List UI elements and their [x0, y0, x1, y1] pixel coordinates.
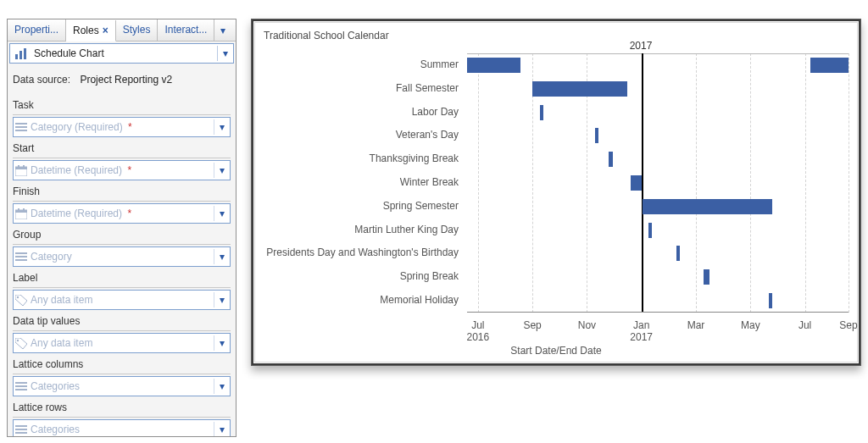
svg-rect-9 [23, 165, 25, 168]
role-placeholder: Category [29, 247, 214, 266]
data-source: Data source: Project Reporting v2 [8, 69, 236, 94]
role-label: Task [13, 99, 231, 115]
chevron-down-icon[interactable]: ▾ [214, 292, 230, 307]
svg-rect-23 [15, 429, 27, 430]
category-label: Thanksgiving Break [264, 152, 459, 164]
gantt-bar[interactable] [532, 81, 628, 97]
category-label: Winter Break [264, 176, 459, 188]
tab-styles[interactable]: Styles [116, 19, 159, 41]
svg-rect-3 [15, 123, 27, 125]
reference-label: 2017 [630, 40, 653, 52]
gantt-bar[interactable] [676, 246, 681, 261]
gantt-bar[interactable] [643, 199, 772, 214]
tab-properties[interactable]: Properti... [8, 19, 66, 41]
tab-roles[interactable]: Roles× [66, 20, 116, 42]
gantt-bar[interactable] [648, 223, 653, 238]
gantt-bar[interactable] [595, 128, 598, 143]
category-label: Martin Luther King Day [264, 224, 459, 235]
svg-rect-14 [15, 252, 27, 254]
side-panel: Properti... Roles× Styles Interact... ▾ … [7, 19, 236, 437]
gantt-bar[interactable] [467, 58, 520, 73]
x-tick: Jan 2017 [630, 319, 653, 343]
category-icon [14, 122, 29, 132]
category-label: Fall Semester [264, 82, 459, 94]
category-label: Presidents Day and Washington's Birthday [264, 246, 459, 258]
chevron-down-icon[interactable]: ▾ [214, 119, 230, 135]
role-slot[interactable]: Datetime (Required) *▾ [13, 203, 231, 224]
chevron-down-icon[interactable]: ▾ [214, 422, 230, 437]
chart-icon [10, 45, 32, 62]
gantt-bar[interactable] [704, 269, 709, 285]
gantt-bar[interactable] [631, 175, 643, 191]
svg-rect-8 [18, 165, 19, 168]
datetime-icon [14, 165, 29, 176]
svg-rect-11 [15, 210, 27, 213]
chevron-down-icon[interactable]: ▾ [214, 335, 230, 351]
category-icon [14, 381, 29, 391]
gantt-bar[interactable] [540, 105, 544, 120]
close-icon[interactable]: × [103, 25, 108, 36]
role-slot[interactable]: Categories▾ [13, 419, 231, 437]
x-axis-label: Start Date/End Date [255, 345, 857, 357]
category-label: Summer [264, 58, 459, 70]
chart-type-select[interactable]: Schedule Chart ▾ [9, 43, 234, 64]
svg-rect-5 [15, 130, 27, 131]
chevron-down-icon[interactable]: ▾ [214, 249, 230, 264]
role-slot[interactable]: Categories▾ [13, 376, 231, 396]
chevron-down-icon[interactable]: ▾ [214, 163, 230, 178]
gantt-bar[interactable] [609, 152, 613, 167]
role-placeholder: Any data item [29, 291, 214, 309]
svg-rect-0 [15, 54, 18, 59]
chart-plot: Jul 2016SepNovJan 2017MarMayJulSep2017Su… [264, 53, 849, 313]
svg-rect-7 [15, 167, 27, 169]
chart-type-label: Schedule Chart [32, 44, 217, 63]
role-slot[interactable]: Any data item▾ [13, 333, 231, 353]
role-label: Lattice rows [13, 401, 231, 418]
category-icon [14, 424, 29, 435]
chevron-down-icon[interactable]: ▾ [217, 46, 233, 61]
svg-rect-2 [24, 48, 26, 59]
tab-interact[interactable]: Interact... [158, 19, 214, 41]
data-source-label: Data source: [13, 74, 70, 86]
role-label: Finish [13, 186, 231, 202]
chevron-down-icon[interactable]: ▾ [214, 206, 230, 221]
tab-overflow-button[interactable]: ▾ [214, 19, 231, 41]
svg-rect-13 [23, 208, 25, 211]
category-label: Spring Semester [264, 200, 459, 212]
role-placeholder: Datetime (Required) * [29, 204, 214, 223]
svg-point-18 [17, 339, 19, 341]
category-label: Spring Break [264, 270, 459, 282]
chevron-down-icon[interactable]: ▾ [214, 379, 230, 394]
svg-rect-15 [15, 256, 27, 257]
gantt-bar[interactable] [769, 293, 773, 308]
gantt-bar[interactable] [810, 58, 849, 73]
gridline [805, 53, 806, 313]
category-label: Memorial Holiday [264, 294, 459, 306]
svg-rect-16 [15, 259, 27, 261]
role-placeholder: Category (Required) * [29, 118, 214, 136]
gridline [696, 53, 697, 313]
data-source-value: Project Reporting v2 [80, 74, 172, 86]
gridline [478, 53, 479, 313]
role-label: Start [13, 142, 231, 158]
role-slot[interactable]: Any data item▾ [13, 290, 231, 310]
role-slot[interactable]: Datetime (Required) *▾ [13, 160, 231, 180]
chart-card: Traditional School Calendar Jul 2016SepN… [251, 19, 861, 366]
gridline [750, 53, 751, 313]
role-slot[interactable]: Category▾ [13, 246, 231, 267]
x-tick: Sep [839, 319, 857, 331]
role-label: Group [13, 229, 231, 245]
category-icon [14, 252, 29, 262]
role-slot[interactable]: Category (Required) *▾ [13, 117, 231, 137]
x-tick: Sep [523, 319, 541, 331]
datetime-icon [14, 208, 29, 219]
svg-rect-4 [15, 126, 27, 128]
svg-rect-12 [18, 208, 19, 211]
svg-rect-20 [15, 385, 27, 387]
x-tick: May [741, 319, 760, 331]
x-tick: Jul 2016 [467, 319, 490, 343]
tag-icon [14, 295, 29, 306]
roles-list: TaskCategory (Required) *▾StartDatetime … [8, 99, 236, 437]
role-label: Label [13, 272, 231, 288]
x-tick: Jul [798, 319, 811, 331]
